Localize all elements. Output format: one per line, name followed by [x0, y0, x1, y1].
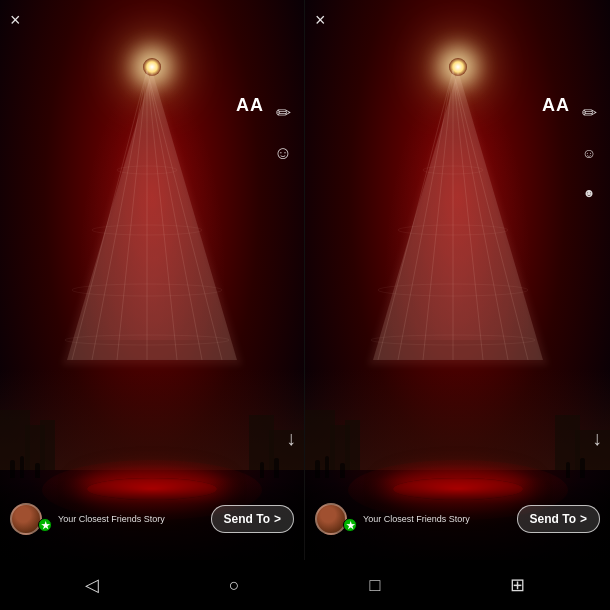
story-label-left: Your Closest Friends Story [58, 514, 165, 524]
aa-label-right[interactable]: AA [542, 95, 570, 116]
nav-menu-icon[interactable]: ⊞ [510, 574, 525, 596]
svg-line-6 [147, 70, 222, 360]
bottom-bar-right: ★ Your Closest Friends Story Send To > [305, 480, 610, 560]
story-section-right: ★ Your Closest Friends Story [315, 503, 470, 535]
svg-line-4 [147, 70, 177, 360]
plus-badge-right: ★ [343, 518, 357, 532]
nav-home-icon[interactable]: ○ [229, 575, 240, 596]
svg-line-0 [72, 70, 147, 360]
send-to-button-right[interactable]: Send To > [517, 505, 600, 533]
tree-lights [62, 70, 232, 360]
bottom-bar-left: ★ Your Closest Friends Story Send To > [0, 480, 304, 560]
svg-line-16 [453, 70, 508, 360]
nav-back-icon[interactable]: ◁ [85, 574, 99, 596]
crowd-silhouettes [0, 438, 304, 478]
svg-line-17 [453, 70, 528, 360]
plus-badge-left: ★ [38, 518, 52, 532]
avatar-left [10, 503, 42, 535]
screen-left: × AA ✏ ☺ ↓ ★ Your Closest Friends Story … [0, 0, 305, 560]
sticker-icon-right[interactable]: ☻ [576, 180, 602, 206]
send-to-button-left[interactable]: Send To > [211, 505, 294, 533]
download-icon-right[interactable]: ↓ [592, 427, 602, 450]
pencil-icon-left[interactable]: ✏ [270, 100, 296, 126]
svg-line-1 [92, 70, 147, 360]
close-button-left[interactable]: × [10, 10, 21, 31]
nav-recent-icon[interactable]: □ [369, 575, 380, 596]
story-section-left: ★ Your Closest Friends Story [10, 503, 165, 535]
pencil-icon-right[interactable]: ✏ [576, 100, 602, 126]
smiley-face-icon-right[interactable]: ☺ [576, 140, 602, 166]
avatar-right [315, 503, 347, 535]
navigation-bar: ◁ ○ □ ⊞ [0, 560, 610, 610]
smiley-icon-left[interactable]: ☺ [270, 140, 296, 166]
right-icons-left: ✏ ☺ [270, 100, 296, 166]
close-button-right[interactable]: × [315, 10, 326, 31]
christmas-tree-right [368, 50, 548, 370]
svg-line-13 [423, 70, 453, 360]
right-icons-right: ✏ ☺ ☻ [576, 100, 602, 206]
aa-label-left[interactable]: AA [236, 95, 264, 116]
svg-line-11 [378, 70, 453, 360]
screens-container: × AA ✏ ☺ ↓ ★ Your Closest Friends Story … [0, 0, 610, 560]
svg-line-12 [398, 70, 453, 360]
crowd-silhouettes-right [305, 438, 610, 478]
svg-line-15 [453, 70, 483, 360]
top-bar-left: × [0, 0, 304, 40]
download-icon-left[interactable]: ↓ [286, 427, 296, 450]
svg-line-5 [147, 70, 202, 360]
christmas-tree [62, 50, 242, 370]
screen-right: × AA ✏ ☺ ☻ ↓ ★ Your Closest Friends Stor… [305, 0, 610, 560]
story-label-right: Your Closest Friends Story [363, 514, 470, 524]
top-bar-right: × [305, 0, 610, 40]
svg-line-2 [117, 70, 147, 360]
tree-lights-right [368, 70, 538, 360]
